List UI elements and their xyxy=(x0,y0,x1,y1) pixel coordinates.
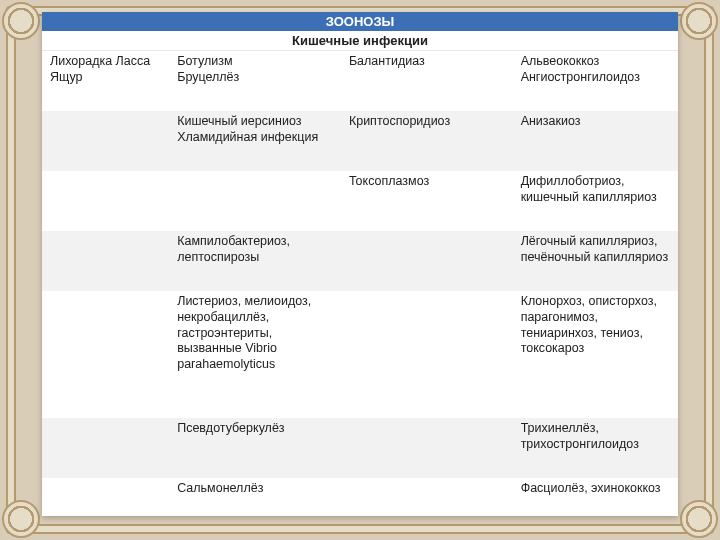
content-sheet: ЗООНОЗЫ Кишечные инфекции Лихорадка Ласс… xyxy=(42,12,678,516)
table-row: ТоксоплазмозДифиллоботриоз, кишечный кап… xyxy=(42,171,678,231)
table-cell: Токсоплазмоз xyxy=(341,171,513,231)
table-cell xyxy=(341,291,513,418)
table-row: СальмонеллёзФасциолёз, эхинококкоз xyxy=(42,478,678,516)
table-row: Лихорадка ЛассаЯщурБотулизмБруцеллёзБала… xyxy=(42,51,678,111)
table-cell xyxy=(42,291,169,418)
table-subtitle: Кишечные инфекции xyxy=(42,31,678,51)
table-row: ПсевдотуберкулёзТрихинеллёз, трихостронг… xyxy=(42,418,678,478)
corner-ornament xyxy=(680,500,718,538)
table-cell xyxy=(42,171,169,231)
table-row: Листериоз, мелиоидоз, некробациллёз, гас… xyxy=(42,291,678,418)
table-cell: Лихорадка ЛассаЯщур xyxy=(42,51,169,111)
table-cell: Анизакиоз xyxy=(513,111,678,171)
table-cell: Криптоспоридиоз xyxy=(341,111,513,171)
table-row: Кишечный иерсиниозХламидийная инфекцияКр… xyxy=(42,111,678,171)
table-row: Кампилобактериоз, лептоспирозыЛёгочный к… xyxy=(42,231,678,291)
table-cell: Псевдотуберкулёз xyxy=(169,418,341,478)
corner-ornament xyxy=(680,2,718,40)
table-cell: Кишечный иерсиниозХламидийная инфекция xyxy=(169,111,341,171)
corner-ornament xyxy=(2,2,40,40)
corner-ornament xyxy=(2,500,40,538)
table-cell: АльвеококкозАнгиостронгилоидоз xyxy=(513,51,678,111)
table-cell xyxy=(341,478,513,516)
table-cell: БотулизмБруцеллёз xyxy=(169,51,341,111)
table-cell xyxy=(42,418,169,478)
table-cell: Фасциолёз, эхинококкоз xyxy=(513,478,678,516)
table-cell: Листериоз, мелиоидоз, некробациллёз, гас… xyxy=(169,291,341,418)
table-cell: Клонорхоз, описторхоз, парагонимоз, тени… xyxy=(513,291,678,418)
table-cell: Дифиллоботриоз, кишечный капилляриоз xyxy=(513,171,678,231)
table-cell: Сальмонеллёз xyxy=(169,478,341,516)
table-cell xyxy=(341,418,513,478)
table-cell xyxy=(169,171,341,231)
table-cell: Трихинеллёз, трихостронгилоидоз xyxy=(513,418,678,478)
table-cell: Кампилобактериоз, лептоспирозы xyxy=(169,231,341,291)
zoonoses-table: Лихорадка ЛассаЯщурБотулизмБруцеллёзБала… xyxy=(42,51,678,516)
table-cell xyxy=(42,111,169,171)
table-cell xyxy=(42,478,169,516)
table-cell: Балантидиаз xyxy=(341,51,513,111)
table-cell xyxy=(42,231,169,291)
table-title: ЗООНОЗЫ xyxy=(42,12,678,31)
table-cell: Лёгочный капилляриоз, печёночный капилля… xyxy=(513,231,678,291)
table-cell xyxy=(341,231,513,291)
